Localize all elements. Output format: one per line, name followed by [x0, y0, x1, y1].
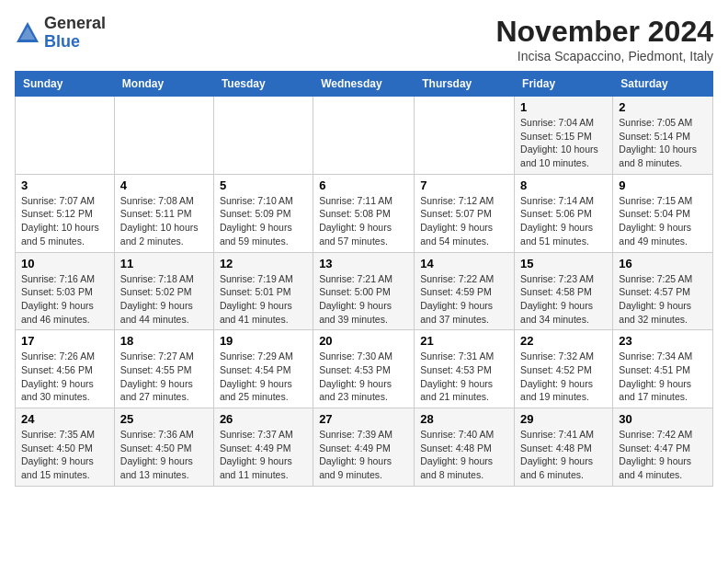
day-number: 9	[619, 178, 707, 192]
header-day-tuesday: Tuesday	[213, 72, 313, 97]
calendar-cell: 4Sunrise: 7:08 AM Sunset: 5:11 PM Daylig…	[114, 174, 213, 252]
calendar-cell: 30Sunrise: 7:42 AM Sunset: 4:47 PM Dayli…	[613, 408, 713, 487]
day-number: 7	[420, 178, 508, 192]
calendar-cell: 3Sunrise: 7:07 AM Sunset: 5:12 PM Daylig…	[16, 174, 115, 252]
header-day-friday: Friday	[515, 72, 613, 97]
day-number: 2	[619, 100, 707, 114]
calendar-week-3: 10Sunrise: 7:16 AM Sunset: 5:03 PM Dayli…	[16, 252, 713, 330]
day-info: Sunrise: 7:31 AM Sunset: 4:53 PM Dayligh…	[420, 350, 508, 404]
header-row: SundayMondayTuesdayWednesdayThursdayFrid…	[16, 72, 713, 97]
calendar-week-4: 17Sunrise: 7:26 AM Sunset: 4:56 PM Dayli…	[16, 330, 713, 408]
day-info: Sunrise: 7:05 AM Sunset: 5:14 PM Dayligh…	[619, 116, 707, 170]
day-info: Sunrise: 7:36 AM Sunset: 4:50 PM Dayligh…	[120, 428, 208, 482]
calendar-cell: 13Sunrise: 7:21 AM Sunset: 5:00 PM Dayli…	[313, 252, 415, 330]
calendar-cell: 16Sunrise: 7:25 AM Sunset: 4:57 PM Dayli…	[613, 252, 713, 330]
day-number: 3	[21, 178, 108, 192]
calendar-cell	[16, 97, 115, 175]
header-day-wednesday: Wednesday	[313, 72, 415, 97]
day-info: Sunrise: 7:27 AM Sunset: 4:55 PM Dayligh…	[120, 350, 208, 404]
day-info: Sunrise: 7:35 AM Sunset: 4:50 PM Dayligh…	[21, 428, 108, 482]
day-number: 19	[220, 334, 307, 348]
day-info: Sunrise: 7:42 AM Sunset: 4:47 PM Dayligh…	[619, 428, 707, 482]
logo-blue: Blue	[44, 32, 80, 51]
day-number: 23	[619, 334, 707, 348]
day-number: 12	[220, 257, 307, 270]
day-number: 15	[520, 257, 607, 270]
calendar-cell: 14Sunrise: 7:22 AM Sunset: 4:59 PM Dayli…	[415, 252, 515, 330]
calendar-cell: 18Sunrise: 7:27 AM Sunset: 4:55 PM Dayli…	[114, 330, 213, 408]
day-info: Sunrise: 7:07 AM Sunset: 5:12 PM Dayligh…	[21, 194, 108, 248]
day-number: 20	[319, 334, 408, 348]
day-number: 22	[520, 334, 607, 348]
calendar-body: 1Sunrise: 7:04 AM Sunset: 5:15 PM Daylig…	[16, 97, 713, 487]
calendar-cell: 22Sunrise: 7:32 AM Sunset: 4:52 PM Dayli…	[515, 330, 613, 408]
calendar-week-5: 24Sunrise: 7:35 AM Sunset: 4:50 PM Dayli…	[16, 408, 713, 487]
calendar-cell: 11Sunrise: 7:18 AM Sunset: 5:02 PM Dayli…	[114, 252, 213, 330]
day-number: 11	[120, 257, 208, 270]
day-number: 27	[319, 412, 408, 426]
day-info: Sunrise: 7:10 AM Sunset: 5:09 PM Dayligh…	[220, 194, 307, 248]
calendar-cell: 21Sunrise: 7:31 AM Sunset: 4:53 PM Dayli…	[415, 330, 515, 408]
day-info: Sunrise: 7:16 AM Sunset: 5:03 PM Dayligh…	[21, 272, 108, 327]
day-number: 8	[520, 178, 607, 192]
location-title: Incisa Scapaccino, Piedmont, Italy	[495, 49, 713, 63]
header-day-thursday: Thursday	[415, 72, 515, 97]
day-info: Sunrise: 7:08 AM Sunset: 5:11 PM Dayligh…	[120, 194, 208, 248]
day-info: Sunrise: 7:39 AM Sunset: 4:49 PM Dayligh…	[319, 428, 408, 482]
day-info: Sunrise: 7:21 AM Sunset: 5:00 PM Dayligh…	[319, 272, 408, 327]
day-number: 1	[520, 100, 607, 114]
day-info: Sunrise: 7:34 AM Sunset: 4:51 PM Dayligh…	[619, 350, 707, 404]
calendar-cell: 24Sunrise: 7:35 AM Sunset: 4:50 PM Dayli…	[16, 408, 115, 487]
calendar-cell: 20Sunrise: 7:30 AM Sunset: 4:53 PM Dayli…	[313, 330, 415, 408]
calendar-cell: 6Sunrise: 7:11 AM Sunset: 5:08 PM Daylig…	[313, 174, 415, 252]
day-info: Sunrise: 7:04 AM Sunset: 5:15 PM Dayligh…	[520, 116, 607, 170]
calendar-header: SundayMondayTuesdayWednesdayThursdayFrid…	[16, 72, 713, 97]
calendar-cell	[415, 97, 515, 175]
calendar-cell: 5Sunrise: 7:10 AM Sunset: 5:09 PM Daylig…	[213, 174, 313, 252]
calendar-cell: 25Sunrise: 7:36 AM Sunset: 4:50 PM Dayli…	[114, 408, 213, 487]
day-info: Sunrise: 7:23 AM Sunset: 4:58 PM Dayligh…	[520, 272, 607, 327]
day-number: 30	[619, 412, 707, 426]
header-day-sunday: Sunday	[16, 72, 115, 97]
day-info: Sunrise: 7:41 AM Sunset: 4:48 PM Dayligh…	[520, 428, 607, 482]
day-info: Sunrise: 7:32 AM Sunset: 4:52 PM Dayligh…	[520, 350, 607, 404]
calendar-cell: 2Sunrise: 7:05 AM Sunset: 5:14 PM Daylig…	[613, 97, 713, 175]
day-info: Sunrise: 7:30 AM Sunset: 4:53 PM Dayligh…	[319, 350, 408, 404]
day-info: Sunrise: 7:11 AM Sunset: 5:08 PM Dayligh…	[319, 194, 408, 248]
day-number: 26	[220, 412, 307, 426]
day-info: Sunrise: 7:37 AM Sunset: 4:49 PM Dayligh…	[220, 428, 307, 482]
calendar-cell: 28Sunrise: 7:40 AM Sunset: 4:48 PM Dayli…	[415, 408, 515, 487]
calendar-cell: 23Sunrise: 7:34 AM Sunset: 4:51 PM Dayli…	[613, 330, 713, 408]
header-day-monday: Monday	[114, 72, 213, 97]
day-number: 28	[420, 412, 508, 426]
calendar-cell: 12Sunrise: 7:19 AM Sunset: 5:01 PM Dayli…	[213, 252, 313, 330]
calendar-cell: 1Sunrise: 7:04 AM Sunset: 5:15 PM Daylig…	[515, 97, 613, 175]
day-info: Sunrise: 7:25 AM Sunset: 4:57 PM Dayligh…	[619, 272, 707, 327]
header-day-saturday: Saturday	[613, 72, 713, 97]
calendar-cell: 7Sunrise: 7:12 AM Sunset: 5:07 PM Daylig…	[415, 174, 515, 252]
day-number: 21	[420, 334, 508, 348]
logo-icon	[15, 20, 40, 46]
day-info: Sunrise: 7:14 AM Sunset: 5:06 PM Dayligh…	[520, 194, 607, 248]
day-info: Sunrise: 7:12 AM Sunset: 5:07 PM Dayligh…	[420, 194, 508, 248]
day-info: Sunrise: 7:40 AM Sunset: 4:48 PM Dayligh…	[420, 428, 508, 482]
calendar-cell: 9Sunrise: 7:15 AM Sunset: 5:04 PM Daylig…	[613, 174, 713, 252]
logo-text: General Blue	[44, 15, 106, 52]
title-area: November 2024 Incisa Scapaccino, Piedmon…	[495, 15, 713, 63]
calendar-cell	[114, 97, 213, 175]
day-number: 25	[120, 412, 208, 426]
calendar-cell: 15Sunrise: 7:23 AM Sunset: 4:58 PM Dayli…	[515, 252, 613, 330]
calendar-cell: 29Sunrise: 7:41 AM Sunset: 4:48 PM Dayli…	[515, 408, 613, 487]
calendar-cell	[213, 97, 313, 175]
day-info: Sunrise: 7:29 AM Sunset: 4:54 PM Dayligh…	[220, 350, 307, 404]
day-number: 29	[520, 412, 607, 426]
calendar-cell	[313, 97, 415, 175]
day-number: 14	[420, 257, 508, 270]
logo-general: General	[44, 14, 106, 32]
calendar-cell: 26Sunrise: 7:37 AM Sunset: 4:49 PM Dayli…	[213, 408, 313, 487]
calendar-cell: 19Sunrise: 7:29 AM Sunset: 4:54 PM Dayli…	[213, 330, 313, 408]
day-number: 18	[120, 334, 208, 348]
calendar-cell: 27Sunrise: 7:39 AM Sunset: 4:49 PM Dayli…	[313, 408, 415, 487]
calendar-cell: 8Sunrise: 7:14 AM Sunset: 5:06 PM Daylig…	[515, 174, 613, 252]
page-header: General Blue November 2024 Incisa Scapac…	[15, 15, 713, 63]
